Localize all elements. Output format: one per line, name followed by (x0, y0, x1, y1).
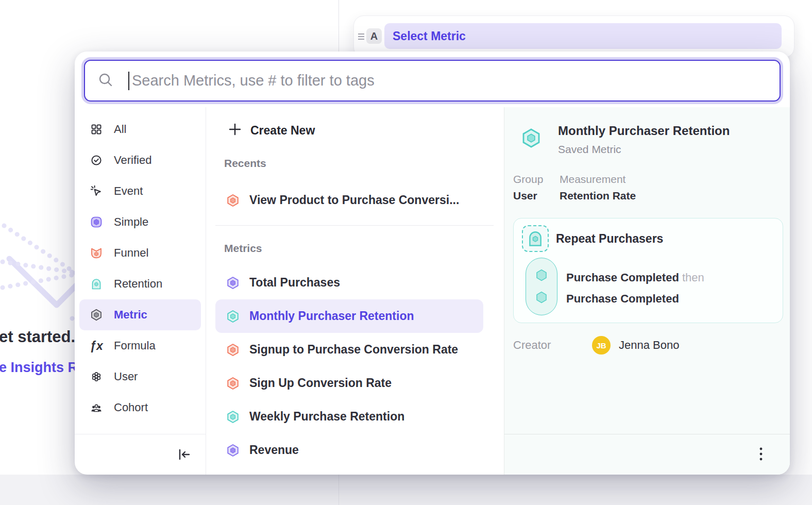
metric-item-monthly-purchaser-retention[interactable]: Monthly Purchaser Retention (215, 299, 483, 333)
sidebar-item-all[interactable]: All (79, 114, 201, 145)
metric-details-panel: Monthly Purchaser Retention Saved Metric… (504, 107, 790, 475)
group-label: Group (513, 173, 543, 186)
definition-steps: Purchase Completed then Purchase Complet… (566, 267, 704, 309)
metric-item-label: Signup to Purchase Conversion Rate (249, 343, 458, 357)
simple-metric-icon (90, 216, 103, 228)
create-new-label: Create New (250, 124, 315, 138)
step-line-2: Purchase Completed (566, 288, 704, 309)
sidebar-item-formula[interactable]: ƒx Formula (79, 330, 201, 361)
insights-report-link[interactable]: e Insights Re (0, 360, 86, 376)
search-input[interactable] (131, 72, 769, 90)
metric-item-label: Weekly Purchase Retention (249, 410, 404, 424)
create-new-button[interactable]: Create New (206, 116, 494, 145)
grid-icon (90, 123, 103, 136)
sidebar-item-label: Event (114, 184, 143, 198)
plus-icon (228, 123, 242, 138)
sidebar-item-metric[interactable]: Metric (79, 299, 201, 330)
sidebar-item-label: Verified (114, 154, 151, 167)
formula-icon: ƒx (90, 340, 103, 352)
metric-item-signup-to-purchase-conversion-rate[interactable]: Signup to Purchase Conversion Rate (206, 333, 483, 366)
retention-arch-icon (90, 278, 103, 290)
definition-title: Repeat Purchasers (556, 218, 663, 259)
sidebar-footer (75, 434, 206, 475)
sidebar-item-label: Metric (114, 308, 147, 322)
details-subtitle: Saved Metric (558, 143, 621, 156)
avatar: JB (592, 336, 611, 355)
sidebar-item-label: Funnel (114, 246, 148, 260)
verified-badge-icon (90, 154, 103, 166)
steps-pill (526, 258, 557, 315)
search-focus-ring (81, 57, 783, 104)
sidebar-item-funnel[interactable]: Funnel (79, 238, 201, 268)
sidebar-item-retention[interactable]: Retention (79, 268, 201, 299)
sidebar-item-user[interactable]: User (79, 361, 201, 392)
sidebar-item-simple[interactable]: Simple (79, 207, 201, 238)
sidebar-item-label: User (114, 370, 138, 383)
definition-card: Repeat Purchasers Purchase Completed the… (513, 218, 783, 323)
connector-text: then (682, 271, 704, 284)
metrics-section-label: Metrics (224, 242, 262, 255)
hexagon-step-icon (535, 268, 548, 282)
group-value: User (513, 190, 537, 202)
metric-item-label: Monthly Purchaser Retention (249, 309, 414, 323)
recents-section-label: Recents (224, 157, 266, 170)
modal-columns: All Verified (75, 107, 790, 475)
creator-label: Creator (513, 336, 551, 355)
details-title: Monthly Purchaser Retention (558, 124, 730, 138)
sidebar-item-label: Cohort (114, 401, 148, 414)
metric-item-sign-up-conversion-rate[interactable]: Sign Up Conversion Rate (206, 366, 483, 400)
measurement-label: Measurement (560, 173, 625, 186)
kebab-menu-icon[interactable] (752, 446, 770, 463)
measurement-value: Retention Rate (560, 190, 636, 202)
drag-handle-icon[interactable] (357, 30, 365, 45)
metric-picker-modal: All Verified (75, 52, 790, 475)
hexagon-teal-icon (521, 128, 542, 148)
sidebar-item-label: Simple (114, 215, 148, 229)
step-line-1: Purchase Completed then (566, 267, 704, 288)
sidebar-item-verified[interactable]: Verified (79, 145, 201, 176)
cohort-icon (90, 401, 103, 414)
details-footer (504, 434, 790, 475)
creator-name: Jenna Bono (619, 336, 679, 355)
filter-sidebar: All Verified (75, 107, 206, 475)
sidebar-item-cohort[interactable]: Cohort (79, 392, 201, 423)
sidebar-item-label: Retention (114, 277, 162, 291)
metric-hexagon-icon (90, 309, 103, 321)
partial-heading-text: et started. (0, 328, 75, 346)
hexagon-teal-icon (226, 310, 240, 323)
sidebar-item-label: All (114, 123, 126, 136)
hexagon-orange-icon (226, 194, 240, 207)
metric-item-label: Total Purchases (249, 276, 340, 290)
hexagon-purple-icon (226, 276, 240, 290)
section-divider (215, 225, 494, 226)
user-cluster-icon (90, 371, 103, 383)
metric-letter-badge: A (366, 28, 382, 44)
hexagon-step-icon (535, 291, 548, 304)
page-bottom-area (0, 475, 812, 505)
select-metric-label: Select Metric (393, 29, 466, 43)
hexagon-orange-icon (226, 377, 240, 390)
metric-item-revenue[interactable]: Revenue (206, 433, 483, 467)
funnel-icon (90, 247, 103, 259)
recent-metric-item[interactable]: View Product to Purchase Conversi... (206, 183, 483, 217)
metric-item-weekly-purchase-retention[interactable]: Weekly Purchase Retention (206, 400, 483, 433)
sidebar-item-event[interactable]: Event (79, 176, 201, 207)
retention-arch-icon (522, 225, 549, 252)
metric-item-total-purchases[interactable]: Total Purchases (206, 266, 483, 299)
metric-item-label: Revenue (249, 443, 299, 457)
screen: et started. e Insights Re A Select Metri… (0, 0, 812, 505)
hexagon-purple-icon (226, 444, 240, 457)
metric-item-label: View Product to Purchase Conversi... (249, 193, 459, 207)
metric-list-column: Create New Recents View Product to Purch… (206, 107, 504, 475)
sidebar-item-label: Formula (114, 339, 156, 352)
hexagon-teal-icon (226, 410, 240, 424)
select-metric-button[interactable]: Select Metric (384, 23, 782, 49)
text-caret (128, 72, 129, 90)
collapse-left-icon[interactable] (176, 447, 192, 462)
search-box[interactable] (84, 60, 781, 102)
hexagon-orange-icon (226, 343, 240, 357)
search-icon (97, 72, 114, 90)
metric-item-label: Sign Up Conversion Rate (249, 376, 392, 390)
event-cursor-icon (90, 185, 103, 197)
